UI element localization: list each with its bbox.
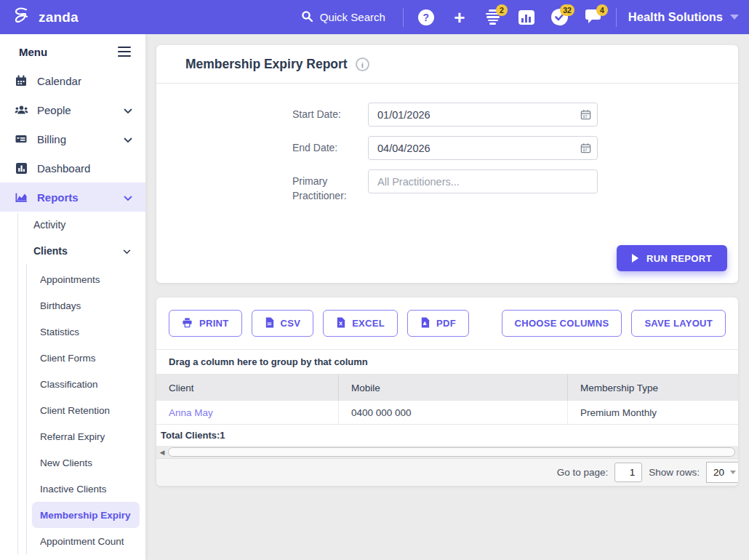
- pdf-button[interactable]: PDF: [407, 310, 469, 337]
- choose-columns-label: CHOOSE COLUMNS: [515, 318, 609, 329]
- quick-search-button[interactable]: Quick Search: [301, 10, 385, 25]
- grid-header-row: Client Mobile Membership Type: [156, 375, 738, 401]
- sidebar-item-birthdays[interactable]: Birthdays: [0, 292, 145, 319]
- sidebar-item-appointments[interactable]: Appointments: [0, 266, 145, 292]
- excel-button[interactable]: EXCEL: [323, 310, 398, 337]
- start-date-input[interactable]: [368, 103, 598, 127]
- rows-per-page-select[interactable]: 20: [706, 462, 738, 483]
- csv-button[interactable]: CSV: [252, 310, 314, 337]
- search-icon: [301, 10, 313, 25]
- brand[interactable]: zanda: [10, 5, 79, 30]
- add-icon: +: [454, 8, 465, 27]
- end-date-row: End Date:: [292, 136, 738, 160]
- sidebar-item-label: Classification: [40, 379, 98, 390]
- file-pdf-icon: [420, 317, 430, 330]
- help-button[interactable]: ?: [414, 3, 438, 32]
- client-cell: Anna May: [156, 401, 339, 424]
- sidebar-item-inactive-clients[interactable]: Inactive Clients: [0, 476, 145, 502]
- quick-search-label: Quick Search: [320, 11, 385, 23]
- tasks-badge: 32: [560, 4, 574, 16]
- choose-columns-button[interactable]: CHOOSE COLUMNS: [502, 310, 622, 337]
- sidebar-item-referral-expiry[interactable]: Referral Expiry: [0, 423, 145, 449]
- scroll-left-icon[interactable]: ◀: [156, 449, 168, 456]
- export-toolbar: PRINT CSV EXCEL: [156, 297, 738, 349]
- run-report-button[interactable]: RUN REPORT: [617, 245, 727, 271]
- hamburger-icon[interactable]: [116, 44, 132, 60]
- chevron-down-icon: [123, 245, 131, 257]
- scrollbar-thumb[interactable]: [168, 447, 735, 457]
- messages-button[interactable]: 4: [581, 3, 606, 32]
- topbar: zanda Quick Search ? + 2 32: [0, 0, 749, 34]
- print-button[interactable]: PRINT: [169, 310, 242, 337]
- practitioner-input[interactable]: [368, 169, 598, 193]
- start-date-label: Start Date:: [292, 103, 368, 127]
- page-number-input[interactable]: [614, 463, 642, 482]
- sidebar-item-people[interactable]: People: [0, 95, 145, 124]
- tasks-button[interactable]: 32: [548, 3, 572, 32]
- caret-down-icon: [730, 471, 736, 474]
- date-calendar-icon[interactable]: [580, 143, 591, 156]
- sidebar-item-label: People: [37, 104, 71, 116]
- go-to-page-label: Go to page:: [557, 467, 609, 478]
- excel-label: EXCEL: [352, 318, 385, 329]
- sidebar-item-label: Appointments: [40, 274, 100, 285]
- menu-label: Menu: [19, 46, 47, 58]
- group-by-hint: Drag a column here to group by that colu…: [156, 349, 738, 375]
- sidebar-item-label: New Clients: [40, 457, 92, 468]
- save-layout-label: SAVE LAYOUT: [644, 318, 713, 329]
- clients-submenu: Appointments Birthdays Statistics Client…: [0, 264, 145, 554]
- sidebar-item-appointment-count[interactable]: Appointment Count: [0, 528, 145, 554]
- reports-submenu: Activity Clients Appointments Birthdays …: [0, 212, 145, 554]
- chevron-down-icon: [124, 104, 132, 116]
- sidebar-item-activity[interactable]: Activity: [0, 212, 145, 238]
- charts-button[interactable]: [514, 3, 539, 32]
- sidebar-item-classification[interactable]: Classification: [0, 371, 145, 397]
- show-rows-label: Show rows:: [649, 467, 700, 478]
- sidebar: Menu Calendar Peopl: [0, 34, 145, 560]
- sidebar-item-label: Statistics: [40, 327, 79, 337]
- client-link[interactable]: Anna May: [169, 407, 213, 418]
- main-content: Membership Expiry Report i Start Date:: [145, 34, 749, 560]
- sidebar-item-clients[interactable]: Clients: [0, 238, 145, 264]
- sidebar-item-label: Appointment Count: [40, 536, 124, 547]
- date-calendar-icon[interactable]: [580, 109, 591, 123]
- sidebar-item-membership-expiry[interactable]: Membership Expiry: [32, 502, 140, 528]
- column-header-mobile[interactable]: Mobile: [339, 375, 568, 401]
- sidebar-nav: Calendar People: [0, 66, 145, 554]
- brand-name: zanda: [39, 9, 79, 25]
- charts-icon: [518, 10, 534, 25]
- waitlist-button[interactable]: 2: [481, 3, 505, 32]
- account-name: Health Solutions: [628, 10, 723, 24]
- sidebar-item-label: Reports: [37, 191, 79, 204]
- sidebar-item-billing[interactable]: Billing: [0, 124, 145, 153]
- mobile-cell: 0400 000 000: [339, 401, 568, 424]
- reports-icon: [15, 191, 28, 204]
- sidebar-item-client-retention[interactable]: Client Retention: [0, 397, 145, 423]
- account-menu[interactable]: Health Solutions: [628, 10, 739, 24]
- dashboard-icon: [15, 162, 28, 175]
- sidebar-item-reports[interactable]: Reports: [0, 183, 145, 212]
- calendar-icon: [15, 74, 28, 87]
- horizontal-scrollbar[interactable]: ◀: [156, 446, 738, 458]
- info-icon[interactable]: i: [356, 57, 369, 71]
- report-params-card: Membership Expiry Report i Start Date:: [156, 45, 738, 283]
- sidebar-item-label: Client Retention: [40, 405, 110, 416]
- sidebar-item-dashboard[interactable]: Dashboard: [0, 153, 145, 183]
- run-report-label: RUN REPORT: [646, 253, 712, 264]
- sidebar-item-statistics[interactable]: Statistics: [0, 319, 145, 345]
- sidebar-item-new-clients[interactable]: New Clients: [0, 449, 145, 476]
- sidebar-item-calendar[interactable]: Calendar: [0, 66, 145, 95]
- help-icon: ?: [418, 9, 434, 25]
- column-header-membership-type[interactable]: Membership Type: [568, 375, 738, 401]
- play-icon: [632, 254, 638, 263]
- print-label: PRINT: [199, 318, 229, 329]
- sidebar-item-client-forms[interactable]: Client Forms: [0, 345, 145, 371]
- page-title: Membership Expiry Report: [185, 57, 348, 72]
- end-date-input[interactable]: [368, 136, 598, 160]
- sidebar-item-label: Dashboard: [37, 162, 90, 175]
- add-button[interactable]: +: [447, 3, 472, 32]
- save-layout-button[interactable]: SAVE LAYOUT: [631, 310, 726, 337]
- sidebar-item-label: Referral Expiry: [40, 431, 105, 442]
- column-header-client[interactable]: Client: [156, 375, 339, 401]
- pdf-label: PDF: [436, 318, 456, 329]
